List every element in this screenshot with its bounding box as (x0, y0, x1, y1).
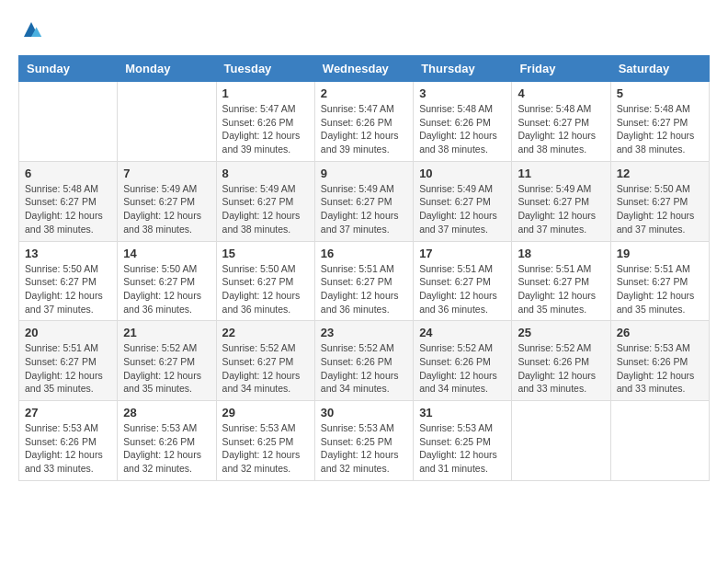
calendar-header-row: SundayMondayTuesdayWednesdayThursdayFrid… (19, 56, 710, 82)
day-number: 31 (419, 406, 506, 419)
day-number: 29 (222, 406, 309, 419)
day-number: 16 (321, 247, 407, 260)
day-info: Sunrise: 5:48 AM Sunset: 6:27 PM Dayligh… (617, 102, 703, 156)
calendar-week-row: 1Sunrise: 5:47 AM Sunset: 6:26 PM Daylig… (19, 82, 710, 162)
calendar-cell: 6Sunrise: 5:48 AM Sunset: 6:27 PM Daylig… (19, 161, 118, 241)
calendar-cell: 14Sunrise: 5:50 AM Sunset: 6:27 PM Dayli… (118, 241, 216, 321)
day-number: 10 (419, 167, 506, 180)
day-info: Sunrise: 5:49 AM Sunset: 6:27 PM Dayligh… (419, 182, 506, 236)
calendar-cell (512, 401, 610, 481)
day-info: Sunrise: 5:52 AM Sunset: 6:26 PM Dayligh… (321, 341, 407, 396)
day-info: Sunrise: 5:50 AM Sunset: 6:27 PM Dayligh… (222, 262, 309, 316)
day-info: Sunrise: 5:49 AM Sunset: 6:27 PM Dayligh… (321, 182, 407, 236)
calendar-cell: 2Sunrise: 5:47 AM Sunset: 6:26 PM Daylig… (314, 82, 413, 162)
day-number: 7 (123, 167, 210, 180)
calendar-cell: 4Sunrise: 5:48 AM Sunset: 6:27 PM Daylig… (512, 82, 610, 162)
calendar-cell: 12Sunrise: 5:50 AM Sunset: 6:27 PM Dayli… (610, 161, 709, 241)
calendar-cell: 11Sunrise: 5:49 AM Sunset: 6:27 PM Dayli… (512, 161, 610, 241)
day-info: Sunrise: 5:48 AM Sunset: 6:27 PM Dayligh… (25, 182, 111, 236)
calendar-cell: 24Sunrise: 5:52 AM Sunset: 6:26 PM Dayli… (414, 321, 512, 401)
day-info: Sunrise: 5:51 AM Sunset: 6:27 PM Dayligh… (518, 262, 604, 316)
calendar-week-row: 27Sunrise: 5:53 AM Sunset: 6:26 PM Dayli… (19, 401, 710, 481)
calendar-cell: 13Sunrise: 5:50 AM Sunset: 6:27 PM Dayli… (19, 241, 118, 321)
day-info: Sunrise: 5:48 AM Sunset: 6:27 PM Dayligh… (518, 102, 604, 156)
day-number: 22 (222, 326, 309, 339)
calendar-cell: 25Sunrise: 5:52 AM Sunset: 6:26 PM Dayli… (512, 321, 610, 401)
day-info: Sunrise: 5:47 AM Sunset: 6:26 PM Dayligh… (321, 102, 407, 156)
day-info: Sunrise: 5:50 AM Sunset: 6:27 PM Dayligh… (617, 182, 703, 236)
day-info: Sunrise: 5:50 AM Sunset: 6:27 PM Dayligh… (123, 262, 210, 316)
calendar-cell: 19Sunrise: 5:51 AM Sunset: 6:27 PM Dayli… (610, 241, 709, 321)
calendar-cell: 3Sunrise: 5:48 AM Sunset: 6:26 PM Daylig… (414, 82, 512, 162)
day-number: 20 (25, 326, 111, 339)
day-number: 8 (222, 167, 309, 180)
calendar-week-row: 13Sunrise: 5:50 AM Sunset: 6:27 PM Dayli… (19, 241, 710, 321)
day-number: 12 (617, 167, 703, 180)
calendar-day-header: Friday (512, 56, 610, 82)
calendar-cell: 7Sunrise: 5:49 AM Sunset: 6:27 PM Daylig… (118, 161, 216, 241)
day-info: Sunrise: 5:51 AM Sunset: 6:27 PM Dayligh… (25, 341, 111, 396)
day-number: 9 (321, 167, 407, 180)
calendar-cell: 27Sunrise: 5:53 AM Sunset: 6:26 PM Dayli… (19, 401, 118, 481)
day-info: Sunrise: 5:49 AM Sunset: 6:27 PM Dayligh… (518, 182, 604, 236)
general-blue-logo-icon (20, 18, 42, 40)
calendar-cell: 1Sunrise: 5:47 AM Sunset: 6:26 PM Daylig… (216, 82, 314, 162)
day-number: 1 (222, 86, 309, 100)
calendar-cell: 21Sunrise: 5:52 AM Sunset: 6:27 PM Dayli… (118, 321, 216, 401)
calendar-day-header: Sunday (19, 56, 118, 82)
day-number: 6 (25, 167, 111, 180)
calendar-cell: 26Sunrise: 5:53 AM Sunset: 6:26 PM Dayli… (610, 321, 709, 401)
day-number: 2 (321, 86, 407, 100)
day-number: 26 (617, 326, 703, 339)
day-number: 17 (419, 247, 506, 260)
calendar-week-row: 6Sunrise: 5:48 AM Sunset: 6:27 PM Daylig… (19, 161, 710, 241)
day-info: Sunrise: 5:53 AM Sunset: 6:25 PM Dayligh… (222, 421, 309, 476)
day-number: 23 (321, 326, 407, 339)
calendar-cell (19, 82, 118, 162)
calendar-cell: 18Sunrise: 5:51 AM Sunset: 6:27 PM Dayli… (512, 241, 610, 321)
calendar-cell: 23Sunrise: 5:52 AM Sunset: 6:26 PM Dayli… (314, 321, 413, 401)
day-info: Sunrise: 5:53 AM Sunset: 6:26 PM Dayligh… (25, 421, 111, 476)
day-info: Sunrise: 5:50 AM Sunset: 6:27 PM Dayligh… (25, 262, 111, 316)
calendar-cell: 20Sunrise: 5:51 AM Sunset: 6:27 PM Dayli… (19, 321, 118, 401)
day-number: 19 (617, 247, 703, 260)
day-number: 25 (518, 326, 604, 339)
logo (18, 18, 42, 40)
calendar-cell: 30Sunrise: 5:53 AM Sunset: 6:25 PM Dayli… (314, 401, 413, 481)
day-info: Sunrise: 5:49 AM Sunset: 6:27 PM Dayligh… (222, 182, 309, 236)
calendar-cell: 22Sunrise: 5:52 AM Sunset: 6:27 PM Dayli… (216, 321, 314, 401)
calendar-week-row: 20Sunrise: 5:51 AM Sunset: 6:27 PM Dayli… (19, 321, 710, 401)
day-number: 4 (518, 86, 604, 100)
calendar-cell: 9Sunrise: 5:49 AM Sunset: 6:27 PM Daylig… (314, 161, 413, 241)
calendar-cell: 17Sunrise: 5:51 AM Sunset: 6:27 PM Dayli… (414, 241, 512, 321)
day-info: Sunrise: 5:52 AM Sunset: 6:26 PM Dayligh… (518, 341, 604, 396)
day-number: 30 (321, 406, 407, 419)
calendar-cell (610, 401, 709, 481)
calendar-cell: 16Sunrise: 5:51 AM Sunset: 6:27 PM Dayli… (314, 241, 413, 321)
day-info: Sunrise: 5:51 AM Sunset: 6:27 PM Dayligh… (321, 262, 407, 316)
calendar-cell (118, 82, 216, 162)
calendar-day-header: Monday (118, 56, 216, 82)
day-info: Sunrise: 5:51 AM Sunset: 6:27 PM Dayligh… (617, 262, 703, 316)
calendar-table: SundayMondayTuesdayWednesdayThursdayFrid… (18, 55, 710, 481)
calendar-day-header: Thursday (414, 56, 512, 82)
day-number: 14 (123, 247, 210, 260)
calendar-cell: 29Sunrise: 5:53 AM Sunset: 6:25 PM Dayli… (216, 401, 314, 481)
calendar-cell: 10Sunrise: 5:49 AM Sunset: 6:27 PM Dayli… (414, 161, 512, 241)
calendar-cell: 31Sunrise: 5:53 AM Sunset: 6:25 PM Dayli… (414, 401, 512, 481)
day-info: Sunrise: 5:52 AM Sunset: 6:27 PM Dayligh… (222, 341, 309, 396)
day-info: Sunrise: 5:48 AM Sunset: 6:26 PM Dayligh… (419, 102, 506, 156)
calendar-cell: 28Sunrise: 5:53 AM Sunset: 6:26 PM Dayli… (118, 401, 216, 481)
day-number: 5 (617, 86, 703, 100)
day-number: 13 (25, 247, 111, 260)
day-info: Sunrise: 5:52 AM Sunset: 6:26 PM Dayligh… (419, 341, 506, 396)
day-info: Sunrise: 5:53 AM Sunset: 6:26 PM Dayligh… (617, 341, 703, 396)
page-header (18, 18, 710, 40)
day-info: Sunrise: 5:51 AM Sunset: 6:27 PM Dayligh… (419, 262, 506, 316)
calendar-day-header: Wednesday (314, 56, 413, 82)
calendar-cell: 8Sunrise: 5:49 AM Sunset: 6:27 PM Daylig… (216, 161, 314, 241)
day-number: 27 (25, 406, 111, 419)
day-number: 18 (518, 247, 604, 260)
day-info: Sunrise: 5:47 AM Sunset: 6:26 PM Dayligh… (222, 102, 309, 156)
day-info: Sunrise: 5:53 AM Sunset: 6:25 PM Dayligh… (321, 421, 407, 476)
